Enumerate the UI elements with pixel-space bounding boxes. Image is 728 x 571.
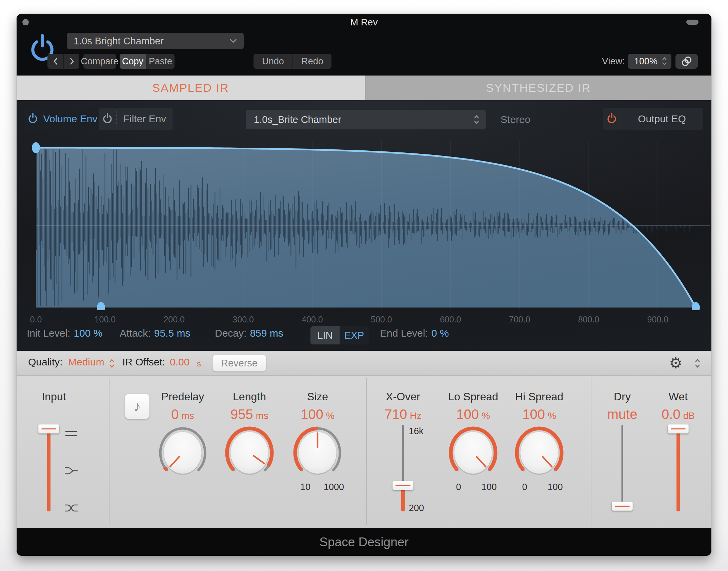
hi-spread-value[interactable]: 100%: [495, 407, 583, 422]
ir-sample-name: 1.0s_Brite Chamber: [254, 114, 473, 125]
ir-sample-select[interactable]: 1.0s_Brite Chamber: [246, 110, 486, 129]
ir-offset-label: IR Offset:: [122, 356, 165, 368]
stereo-label: Stereo: [495, 114, 536, 125]
view-zoom-stepper[interactable]: 100%: [628, 54, 671, 69]
chevron-down-icon: [229, 39, 237, 43]
waveform-envelope-display[interactable]: [17, 141, 712, 310]
wet-slider[interactable]: [667, 424, 689, 513]
output-eq-power-icon[interactable]: [607, 112, 617, 125]
end-level-value: 0 %: [431, 327, 449, 339]
xover-min-label: 200: [409, 503, 424, 513]
exp-toggle[interactable]: EXP: [340, 326, 369, 344]
input-slider-handle[interactable]: [38, 424, 59, 433]
attack-readout[interactable]: Attack:95.5 ms: [120, 327, 190, 339]
dry-slider[interactable]: [611, 424, 633, 513]
parameter-controls-panel: Input ♪ Predelay 0ms: [17, 376, 711, 528]
dry-slider-handle[interactable]: [612, 502, 633, 511]
filter-env-button[interactable]: Filter Env: [99, 108, 173, 130]
size-label: Size: [277, 390, 358, 403]
predelay-knob[interactable]: [157, 424, 208, 481]
input-label: Input: [16, 390, 95, 403]
output-eq-button[interactable]: Output EQ: [603, 108, 703, 130]
compare-button[interactable]: Compare: [83, 54, 116, 69]
end-level-label: End Level:: [380, 327, 428, 339]
lin-toggle[interactable]: LIN: [310, 326, 340, 344]
axis-tick-label: 700.0: [509, 315, 530, 324]
next-preset-button[interactable]: [63, 54, 79, 69]
gear-icon[interactable]: ⚙: [669, 354, 682, 373]
quality-label: Quality:: [28, 356, 63, 368]
xover-label: X-Over: [362, 390, 444, 403]
decay-readout[interactable]: Decay:859 ms: [215, 327, 283, 339]
paste-button[interactable]: Paste: [146, 54, 175, 69]
chain-link-icon: [680, 55, 693, 68]
lo-spread-knob[interactable]: [448, 424, 499, 481]
undo-button[interactable]: Undo: [254, 54, 292, 69]
plugin-window: M Rev 1.0s Bright Chamber: [16, 14, 712, 556]
length-knob[interactable]: [224, 424, 275, 481]
axis-tick-label: 600.0: [440, 315, 461, 324]
filter-env-power-icon[interactable]: [102, 112, 113, 125]
reverse-button[interactable]: Reverse: [213, 355, 266, 372]
link-button[interactable]: [675, 54, 698, 69]
quality-bar: Quality: Medium IR Offset: 0.00 s Revers…: [17, 351, 711, 376]
tab-synthesized-ir[interactable]: SYNTHESIZED IR: [365, 76, 711, 100]
size-value[interactable]: 100%: [274, 407, 362, 422]
quality-stepper-icon[interactable]: [109, 358, 115, 368]
lo-spread-max-label: 100: [469, 482, 509, 492]
title-and-header-bar: M Rev 1.0s Bright Chamber: [17, 14, 711, 76]
up-down-stepper-icon: [473, 114, 480, 125]
xover-slider-handle[interactable]: [392, 481, 413, 490]
merge-routing-icon[interactable]: [64, 466, 78, 475]
undo-redo-group: Undo Redo: [254, 54, 331, 69]
attack-value: 95.5 ms: [154, 327, 190, 339]
xover-max-label: 16k: [409, 426, 424, 437]
axis-tick-label: 200.0: [163, 315, 185, 324]
ir-offset-value[interactable]: 0.00: [170, 356, 189, 368]
preset-nav-group: [47, 54, 79, 69]
end-level-readout[interactable]: End Level:0 %: [380, 327, 449, 339]
envelope-start-handle: [32, 142, 40, 153]
hi-spread-knob[interactable]: [514, 424, 565, 481]
plugin-name-footer: Space Designer: [17, 528, 711, 556]
tab-sampled-ir[interactable]: SAMPLED IR: [17, 76, 365, 100]
chevron-right-icon: [69, 58, 74, 65]
init-level-value: 100 %: [74, 327, 102, 339]
section-divider: [109, 378, 109, 525]
hi-spread-max-label: 100: [535, 482, 575, 492]
decay-value: 859 ms: [250, 327, 283, 339]
crossfeed-routing-icon[interactable]: [64, 504, 78, 512]
input-slider-track: [47, 429, 50, 511]
redo-button[interactable]: Redo: [292, 54, 331, 69]
size-knob[interactable]: [292, 424, 343, 481]
ir-offset-unit: s: [197, 358, 201, 370]
wet-value[interactable]: 0.0dB: [634, 407, 712, 422]
preset-select[interactable]: 1.0s Bright Chamber: [67, 33, 244, 49]
init-level-readout[interactable]: Init Level:100 %: [27, 327, 103, 339]
attack-label: Attack:: [120, 327, 151, 339]
volume-env-button[interactable]: Volume Env: [24, 108, 98, 130]
size-max-label: 1000: [314, 482, 354, 492]
window-pill-icon: [686, 20, 699, 25]
previous-preset-button[interactable]: [47, 54, 63, 69]
copy-button[interactable]: Copy: [120, 54, 146, 69]
volume-env-power-icon[interactable]: [28, 112, 38, 125]
xover-slider-track-upper: [402, 425, 404, 485]
wet-slider-handle[interactable]: [668, 424, 689, 433]
axis-tick-label: 500.0: [371, 315, 392, 324]
axis-tick-label: 100.0: [95, 315, 116, 324]
wet-label: Wet: [638, 390, 712, 403]
ir-mode-tabs: SAMPLED IR SYNTHESIZED IR: [17, 76, 711, 100]
decay-label: Decay:: [215, 327, 246, 339]
screenshot: M Rev 1.0s Bright Chamber: [0, 0, 728, 571]
input-slider[interactable]: [38, 424, 60, 513]
settings-stepper-icon[interactable]: [694, 358, 701, 368]
axis-tick-label: 800.0: [578, 315, 600, 324]
filter-env-label: Filter Env: [117, 113, 173, 125]
decay-curve-toggle: LIN EXP: [310, 326, 369, 344]
xover-slider[interactable]: [392, 424, 414, 513]
view-label: View:: [602, 56, 625, 67]
dry-slider-track: [622, 425, 623, 506]
stereo-parallel-icon[interactable]: [64, 430, 78, 437]
quality-value[interactable]: Medium: [68, 356, 104, 368]
